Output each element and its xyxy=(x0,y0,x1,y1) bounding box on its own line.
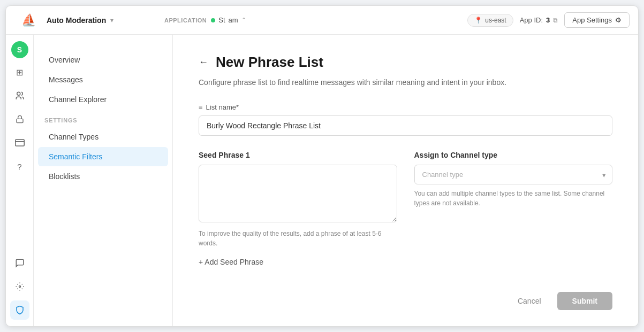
sidebar-icon-grid[interactable]: ⊞ xyxy=(10,63,29,82)
sidebar-item-channel-types[interactable]: Channel Types xyxy=(38,127,168,146)
app-stream[interactable]: St am ⌃ xyxy=(211,16,246,24)
settings-label: App Settings xyxy=(572,16,612,24)
stream-name: St xyxy=(218,16,225,24)
sidebar-icon-question[interactable]: ? xyxy=(10,157,29,176)
cancel-button[interactable]: Cancel xyxy=(508,292,551,310)
channel-type-select-wrapper: Channel type xyxy=(414,165,613,184)
sidebar-icon-lock[interactable] xyxy=(10,110,29,129)
sidebar-item-semantic-filters[interactable]: Semantic Filters xyxy=(38,147,168,166)
channel-types-label: Channel Types xyxy=(49,133,99,141)
svg-rect-2 xyxy=(15,140,24,146)
sidebar-icon-card[interactable] xyxy=(10,133,29,152)
logo-icon: ⛵ xyxy=(21,13,36,27)
seed-phrase-textarea[interactable] xyxy=(199,165,397,222)
semantic-filters-label: Semantic Filters xyxy=(49,152,102,161)
app-settings-button[interactable]: App Settings ⚙ xyxy=(564,12,630,28)
topbar: ⛵ Auto Moderation ▾ APPLICATION St am ⌃ … xyxy=(6,6,638,35)
copy-icon[interactable]: ⧉ xyxy=(553,17,558,24)
appid-badge: App ID: 3 ⧉ xyxy=(520,16,558,24)
seed-phrase-section: Seed Phrase 1 To improve the quality of … xyxy=(199,151,397,268)
sidebar-item-messages[interactable]: Messages xyxy=(38,70,168,89)
list-name-label-text: List name* xyxy=(206,103,239,111)
stream-dropdown-icon[interactable]: ⌃ xyxy=(241,17,246,24)
svg-point-4 xyxy=(19,286,20,288)
appid-label: App ID: xyxy=(520,16,543,24)
application-label: APPLICATION xyxy=(164,17,207,24)
page-description: Configure phrase list to find realtime m… xyxy=(199,77,612,88)
sidebar-icon-chat[interactable] xyxy=(10,253,29,273)
channel-type-section: Assign to Channel type Channel type You … xyxy=(414,151,613,268)
location-icon: 📍 xyxy=(474,17,482,24)
seed-channel-section: Seed Phrase 1 To improve the quality of … xyxy=(199,151,612,268)
channel-type-select[interactable]: Channel type xyxy=(414,165,613,184)
svg-point-0 xyxy=(17,92,20,95)
sidebar-icon-users[interactable] xyxy=(10,86,29,105)
location-text: us-east xyxy=(485,17,506,24)
stream-suffix: am xyxy=(229,16,238,24)
messages-label: Messages xyxy=(49,75,83,84)
page-title: New Phrase List xyxy=(216,54,323,71)
footer-actions: Cancel Submit xyxy=(199,283,612,310)
blocklists-label: Blocklists xyxy=(49,172,80,181)
svg-rect-1 xyxy=(17,119,23,122)
sidebar-item-overview[interactable]: Overview xyxy=(38,50,168,70)
appid-value: 3 xyxy=(546,16,550,24)
sidebar-item-blocklists[interactable]: Blocklists xyxy=(38,167,168,186)
settings-section-label: SETTINGS xyxy=(34,110,172,127)
sidebar-icon-antenna[interactable] xyxy=(10,277,29,296)
app-window: ⛵ Auto Moderation ▾ APPLICATION St am ⌃ … xyxy=(5,5,639,327)
settings-gear-icon: ⚙ xyxy=(615,16,622,24)
sidebar-nav-items: Overview Messages Channel Explorer SETTI… xyxy=(34,41,172,320)
sidebar-brand-area: ⛵ Auto Moderation ▾ xyxy=(14,13,113,27)
app-dropdown-icon[interactable]: ▾ xyxy=(110,17,113,24)
overview-label: Overview xyxy=(49,56,80,64)
app-name: Auto Moderation xyxy=(47,16,106,25)
list-name-input[interactable] xyxy=(199,115,612,136)
list-name-section: ≡ List name* xyxy=(199,103,612,136)
list-name-icon: ≡ xyxy=(199,103,203,111)
topbar-right: 📍 us-east App ID: 3 ⧉ App Settings ⚙ xyxy=(467,12,630,28)
list-name-label: ≡ List name* xyxy=(199,103,612,111)
sidebar-icon-shield[interactable] xyxy=(10,300,29,320)
sidebar-icon-avatar[interactable]: S xyxy=(11,41,28,58)
sidebar-nav: Overview Messages Channel Explorer SETTI… xyxy=(34,35,173,326)
add-seed-label: + Add Seed Phrase xyxy=(199,258,263,266)
location-badge: 📍 us-east xyxy=(467,14,513,27)
channel-note: You can add multiple channel types to th… xyxy=(414,189,613,208)
status-dot xyxy=(211,18,215,22)
page-header: ← New Phrase List xyxy=(199,54,612,71)
back-button[interactable]: ← xyxy=(199,57,208,68)
seed-hint: To improve the quality of the results, a… xyxy=(199,229,397,248)
topbar-center: APPLICATION St am ⌃ xyxy=(154,16,467,24)
channel-explorer-label: Channel Explorer xyxy=(49,95,107,104)
submit-button[interactable]: Submit xyxy=(557,292,612,310)
channel-type-label: Assign to Channel type xyxy=(414,151,613,159)
add-seed-phrase-button[interactable]: + Add Seed Phrase xyxy=(199,256,263,268)
sidebar-icons: S ⊞ ? xyxy=(6,35,34,326)
seed-phrase-label: Seed Phrase 1 xyxy=(199,151,397,159)
main-layout: S ⊞ ? xyxy=(6,35,638,326)
sidebar-item-channel-explorer[interactable]: Channel Explorer xyxy=(38,90,168,109)
topbar-left: ⛵ Auto Moderation ▾ xyxy=(14,13,154,27)
main-content: ← New Phrase List Configure phrase list … xyxy=(173,35,638,326)
